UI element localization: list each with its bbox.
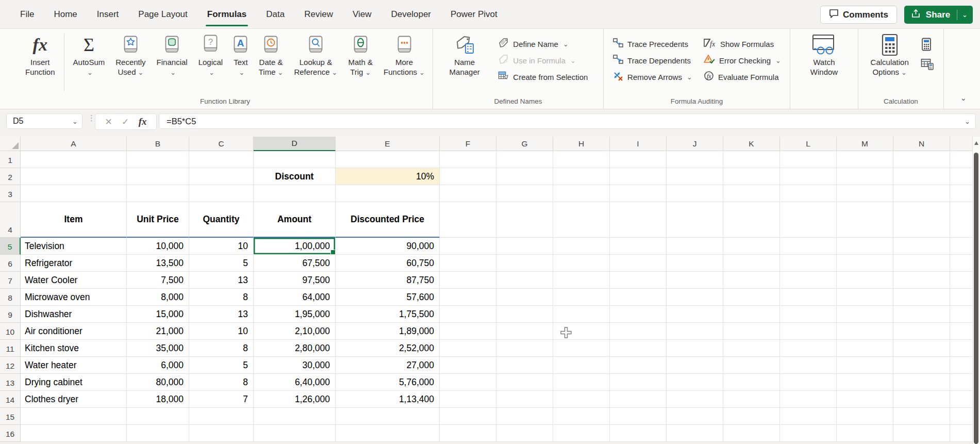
cell-partial-14[interactable]	[950, 391, 973, 408]
select-all-corner[interactable]	[0, 137, 21, 151]
cell-J15[interactable]	[667, 408, 723, 425]
cell-N3[interactable]	[893, 185, 950, 202]
row-header-4[interactable]: 4	[0, 202, 21, 238]
column-header-E[interactable]: E	[336, 137, 440, 151]
cell-F8[interactable]	[440, 289, 496, 306]
cell-A3[interactable]	[21, 185, 127, 202]
cell-J12[interactable]	[667, 357, 723, 374]
cell-G10[interactable]	[496, 323, 553, 340]
cell-F12[interactable]	[440, 357, 496, 374]
cell-E3[interactable]	[336, 185, 440, 202]
cell-A7[interactable]: Water Cooler	[21, 272, 127, 289]
cell-C6[interactable]: 5	[189, 255, 254, 272]
cell-A8[interactable]: Microwave oven	[21, 289, 127, 306]
cell-F10[interactable]	[440, 323, 496, 340]
cell-I9[interactable]	[610, 306, 667, 323]
cell-N8[interactable]	[893, 289, 950, 306]
cell-E11[interactable]: 2,52,000	[336, 340, 440, 357]
cell-J16[interactable]	[667, 425, 723, 442]
tab-view[interactable]: View	[343, 0, 381, 28]
cell-M8[interactable]	[837, 289, 893, 306]
cell-H4[interactable]	[553, 202, 610, 238]
cell-H2[interactable]	[553, 168, 610, 185]
cell-M10[interactable]	[837, 323, 893, 340]
cell-I14[interactable]	[610, 391, 667, 408]
cell-E13[interactable]: 5,76,000	[336, 374, 440, 391]
cell-A6[interactable]: Refrigerator	[21, 255, 127, 272]
math-trig-button[interactable]: Math &Trig⌄	[345, 31, 376, 78]
collapse-ribbon-chevron-icon[interactable]: ⌄	[960, 94, 967, 102]
cell-K10[interactable]	[723, 323, 780, 340]
cell-J6[interactable]	[667, 255, 723, 272]
row-header-6[interactable]: 6	[0, 255, 21, 272]
cell-D12[interactable]: 30,000	[254, 357, 336, 374]
column-header-G[interactable]: G	[496, 137, 553, 151]
cell-H7[interactable]	[553, 272, 610, 289]
cell-B14[interactable]: 18,000	[127, 391, 189, 408]
row-header-13[interactable]: 13	[0, 374, 21, 391]
cell-I12[interactable]	[610, 357, 667, 374]
column-header-I[interactable]: I	[610, 137, 667, 151]
cell-K11[interactable]	[723, 340, 780, 357]
cell-K1[interactable]	[723, 151, 780, 168]
cell-partial-10[interactable]	[950, 323, 973, 340]
cell-M7[interactable]	[837, 272, 893, 289]
cell-M11[interactable]	[837, 340, 893, 357]
column-header-partial[interactable]	[950, 137, 973, 151]
column-header-M[interactable]: M	[837, 137, 893, 151]
cell-L3[interactable]	[780, 185, 837, 202]
cell-M4[interactable]	[837, 202, 893, 238]
cell-G1[interactable]	[496, 151, 553, 168]
cell-D8[interactable]: 64,000	[254, 289, 336, 306]
cell-K4[interactable]	[723, 202, 780, 238]
tab-data[interactable]: Data	[256, 0, 294, 28]
watch-window-button[interactable]: WatchWindow	[807, 31, 841, 78]
cell-M14[interactable]	[837, 391, 893, 408]
cell-L1[interactable]	[780, 151, 837, 168]
cell-A16[interactable]	[21, 425, 127, 442]
cell-K5[interactable]	[723, 238, 780, 255]
cell-B5[interactable]: 10,000	[127, 238, 189, 255]
cell-J5[interactable]	[667, 238, 723, 255]
cell-M9[interactable]	[837, 306, 893, 323]
cell-K13[interactable]	[723, 374, 780, 391]
cell-K7[interactable]	[723, 272, 780, 289]
cell-K16[interactable]	[723, 425, 780, 442]
cell-E12[interactable]: 27,000	[336, 357, 440, 374]
cell-partial-15[interactable]	[950, 408, 973, 425]
row-header-16[interactable]: 16	[0, 425, 21, 442]
cell-F4[interactable]	[440, 202, 496, 238]
cell-N14[interactable]	[893, 391, 950, 408]
cell-H15[interactable]	[553, 408, 610, 425]
cell-partial-1[interactable]	[950, 151, 973, 168]
column-header-N[interactable]: N	[893, 137, 950, 151]
cell-H11[interactable]	[553, 340, 610, 357]
cell-H6[interactable]	[553, 255, 610, 272]
cell-A4[interactable]: Item	[21, 202, 127, 238]
cell-J11[interactable]	[667, 340, 723, 357]
cell-I5[interactable]	[610, 238, 667, 255]
cell-D11[interactable]: 2,80,000	[254, 340, 336, 357]
cell-M15[interactable]	[837, 408, 893, 425]
cell-B13[interactable]: 80,000	[127, 374, 189, 391]
cell-B15[interactable]	[127, 408, 189, 425]
cell-partial-11[interactable]	[950, 340, 973, 357]
row-header-2[interactable]: 2	[0, 168, 21, 185]
evaluate-formula-button[interactable]: fxEvaluate Formula	[701, 69, 783, 85]
cell-M13[interactable]	[837, 374, 893, 391]
column-header-B[interactable]: B	[127, 137, 189, 151]
row-header-7[interactable]: 7	[0, 272, 21, 289]
calculate-sheet-button[interactable]	[921, 58, 934, 73]
cell-C13[interactable]: 8	[189, 374, 254, 391]
cell-K9[interactable]	[723, 306, 780, 323]
cell-A14[interactable]: Clothes dryer	[21, 391, 127, 408]
cell-H1[interactable]	[553, 151, 610, 168]
create-from-selection-button[interactable]: Create from Selection	[496, 69, 590, 85]
tab-home[interactable]: Home	[44, 0, 87, 28]
cell-A2[interactable]	[21, 168, 127, 185]
cell-E15[interactable]	[336, 408, 440, 425]
cell-E10[interactable]: 1,89,000	[336, 323, 440, 340]
cell-F11[interactable]	[440, 340, 496, 357]
cell-C3[interactable]	[189, 185, 254, 202]
cell-partial-7[interactable]	[950, 272, 973, 289]
